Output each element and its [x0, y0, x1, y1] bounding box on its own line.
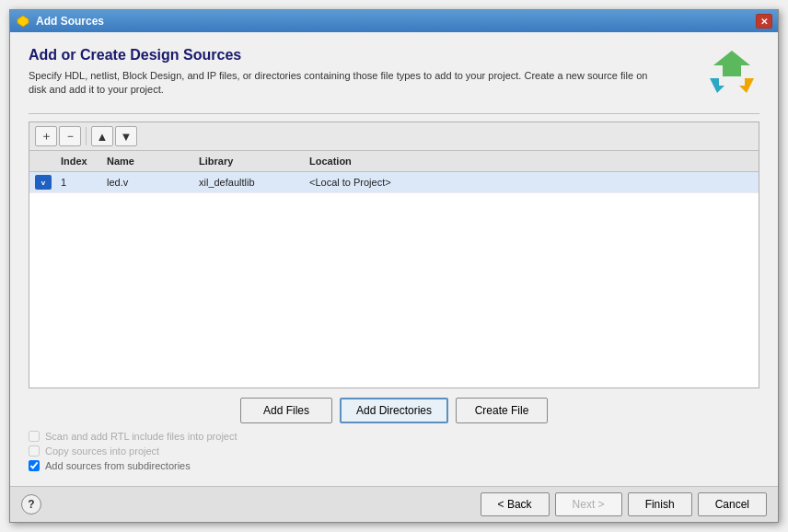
svg-marker-2: [739, 78, 754, 93]
logo: [704, 47, 759, 102]
scan-rtl-checkbox[interactable]: [29, 431, 40, 442]
col-header-index: Index: [55, 154, 101, 168]
col-header-name: Name: [101, 154, 193, 168]
table-toolbar: ＋ － ▲ ▼: [29, 122, 759, 151]
titlebar-icon: [16, 14, 30, 29]
page-description: Specify HDL, netlist, Block Design, and …: [29, 69, 655, 98]
header-section: Add or Create Design Sources Specify HDL…: [29, 47, 759, 102]
row-icon-cell: v: [29, 172, 55, 192]
row-index: 1: [55, 174, 101, 191]
header-text: Add or Create Design Sources Specify HDL…: [29, 47, 695, 98]
close-button[interactable]: ✕: [756, 14, 772, 29]
create-file-button[interactable]: Create File: [456, 398, 548, 423]
file-table: ＋ － ▲ ▼ Index Name Library Location v 1: [29, 121, 759, 388]
next-button[interactable]: Next >: [555, 492, 622, 516]
row-library: xil_defaultlib: [193, 174, 304, 191]
svg-marker-3: [710, 78, 724, 93]
move-down-button[interactable]: ▼: [115, 126, 137, 146]
move-up-button[interactable]: ▲: [91, 126, 113, 146]
page-title: Add or Create Design Sources: [29, 47, 695, 64]
toolbar-separator: [86, 127, 87, 145]
copy-sources-row: Copy sources into project: [29, 445, 759, 457]
copy-sources-label: Copy sources into project: [45, 445, 159, 457]
add-subdirs-checkbox[interactable]: [29, 460, 40, 471]
col-header-icon: [29, 154, 55, 168]
titlebar-title: Add Sources: [36, 15, 104, 28]
table-header: Index Name Library Location: [29, 151, 759, 172]
table-body: v 1 led.v xil_defaultlib <Local to Proje…: [29, 172, 759, 387]
add-files-button[interactable]: Add Files: [240, 398, 332, 423]
action-buttons: Add Files Add Directories Create File: [29, 398, 759, 423]
titlebar-left: Add Sources: [16, 14, 104, 29]
help-button[interactable]: ?: [21, 494, 41, 515]
col-header-location: Location: [304, 154, 488, 168]
content-area: Add or Create Design Sources Specify HDL…: [10, 32, 778, 486]
row-location: <Local to Project>: [304, 174, 488, 191]
main-window: Add Sources ✕ Add or Create Design Sourc…: [9, 9, 779, 523]
verilog-icon: v: [35, 175, 52, 190]
scan-rtl-row: Scan and add RTL include files into proj…: [29, 431, 759, 442]
row-name: led.v: [101, 174, 193, 191]
scan-rtl-label: Scan and add RTL include files into proj…: [45, 431, 238, 442]
footer-left: ?: [21, 494, 41, 515]
footer-bar: ? < Back Next > Finish Cancel: [10, 486, 778, 522]
add-file-button[interactable]: ＋: [35, 126, 57, 146]
add-subdirs-label: Add sources from subdirectories: [45, 460, 191, 471]
svg-marker-0: [17, 16, 29, 27]
add-subdirs-row: Add sources from subdirectories: [29, 460, 759, 471]
col-header-library: Library: [193, 154, 304, 168]
svg-marker-1: [713, 51, 750, 76]
back-button[interactable]: < Back: [481, 492, 550, 516]
table-row[interactable]: v 1 led.v xil_defaultlib <Local to Proje…: [29, 172, 759, 193]
footer-right: < Back Next > Finish Cancel: [481, 492, 767, 516]
remove-file-button[interactable]: －: [59, 126, 81, 146]
finish-button[interactable]: Finish: [628, 492, 692, 516]
cancel-button[interactable]: Cancel: [698, 492, 767, 516]
divider: [29, 113, 759, 114]
add-directories-button[interactable]: Add Directories: [340, 398, 448, 423]
titlebar: Add Sources ✕: [10, 10, 778, 32]
copy-sources-checkbox[interactable]: [29, 445, 40, 457]
